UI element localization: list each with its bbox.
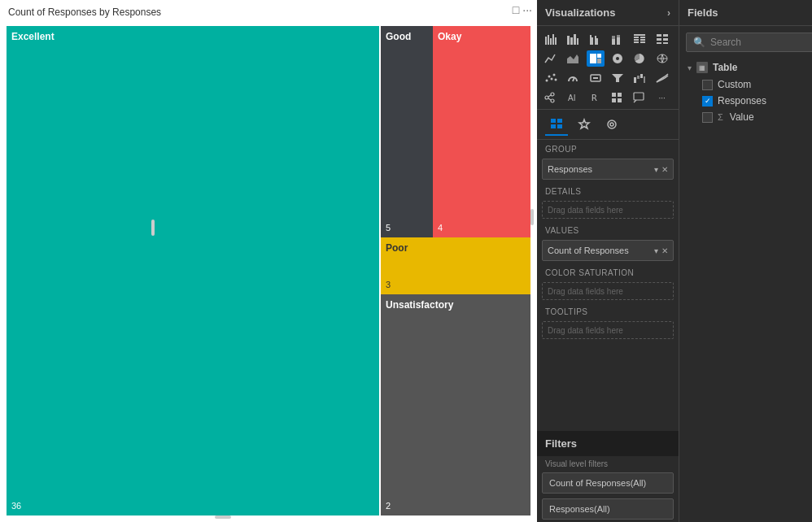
vis-icon-matrix2[interactable] — [609, 89, 626, 106]
vis-icon-area[interactable] — [564, 50, 582, 67]
responses-field-label: Responses — [718, 95, 766, 107]
values-dropdown-icon[interactable]: ▾ — [654, 246, 658, 255]
field-item-responses[interactable]: ✓ Responses — [679, 93, 812, 109]
vis-icon-scatter[interactable] — [542, 70, 560, 86]
filter-count-responses[interactable]: Count of Responses(All) — [542, 472, 674, 494]
treemap-excellent[interactable]: Excellent 36 — [7, 26, 379, 515]
vis-icon-stacked[interactable] — [609, 31, 626, 47]
svg-rect-63 — [551, 119, 556, 123]
vis-icon-ribbon[interactable] — [653, 70, 671, 86]
vis-icon-R[interactable]: R — [587, 89, 605, 106]
vis-icon-decomp[interactable] — [542, 89, 560, 106]
svg-rect-8 — [577, 38, 578, 45]
svg-rect-29 — [663, 42, 668, 44]
group-field-drop[interactable]: Responses ▾ ✕ — [542, 159, 674, 180]
table-label: Table — [713, 62, 737, 73]
vis-icon-matrix[interactable] — [653, 31, 671, 47]
svg-rect-0 — [545, 37, 547, 45]
svg-rect-26 — [657, 38, 661, 41]
fields-search-box[interactable]: 🔍 — [686, 33, 812, 52]
vis-panel-title: Visualizations — [545, 7, 615, 19]
fields-panel-title: Fields — [688, 7, 718, 19]
vis-icon-more[interactable]: ··· — [653, 89, 671, 106]
vis-tab-format[interactable] — [573, 115, 596, 136]
field-item-custom[interactable]: Custom — [679, 76, 812, 93]
scroll-horizontal[interactable] — [215, 515, 231, 519]
visualizations-panel: Visualizations › — [537, 0, 679, 522]
values-field-value: Count of Responses — [548, 246, 629, 255]
vis-icon-line[interactable] — [542, 50, 560, 67]
vis-icon-gauge[interactable] — [564, 70, 582, 86]
svg-rect-14 — [612, 36, 615, 39]
svg-rect-44 — [593, 77, 598, 79]
svg-line-53 — [548, 95, 551, 97]
svg-point-38 — [548, 76, 551, 78]
svg-marker-45 — [612, 74, 623, 82]
treemap-good[interactable]: Good 5 — [381, 26, 433, 237]
svg-marker-30 — [567, 54, 578, 63]
filter-responses[interactable]: Responses(All) — [542, 498, 674, 520]
values-section-label: Values — [537, 221, 679, 237]
svg-rect-49 — [644, 76, 645, 83]
vis-icon-qna[interactable] — [631, 89, 648, 106]
vis-icon-funnel[interactable] — [609, 70, 626, 86]
vis-icon-donut[interactable] — [609, 50, 626, 67]
value-checkbox[interactable] — [702, 112, 713, 123]
values-remove-icon[interactable]: ✕ — [661, 246, 668, 255]
svg-rect-9 — [590, 35, 592, 45]
svg-text:AI: AI — [568, 94, 575, 102]
svg-point-67 — [608, 120, 616, 128]
svg-rect-32 — [597, 54, 601, 58]
svg-rect-4 — [555, 37, 557, 45]
svg-rect-18 — [634, 37, 639, 38]
treemap-unsatisfactory[interactable]: Unsatisfactory 2 — [381, 294, 530, 515]
fields-table-header[interactable]: ▾ ▦ Table — [679, 59, 812, 76]
values-field-icons: ▾ ✕ — [654, 246, 668, 255]
scroll-vertical-left[interactable] — [530, 209, 534, 225]
more-options-icon[interactable]: ··· — [522, 3, 532, 16]
field-item-value[interactable]: Σ Value — [679, 109, 812, 125]
vis-icon-ai[interactable]: AI — [564, 89, 582, 106]
vis-icon-clustered[interactable] — [587, 31, 605, 47]
scroll-vertical-right[interactable] — [151, 220, 155, 236]
vis-icon-treemap[interactable] — [587, 50, 605, 67]
treemap-poor[interactable]: Poor 3 — [381, 237, 530, 294]
tooltips-drop-placeholder[interactable]: Drag data fields here — [542, 321, 674, 339]
custom-checkbox[interactable] — [702, 80, 713, 90]
vis-icon-map[interactable] — [653, 50, 671, 67]
right-panel: Visualizations › — [537, 0, 812, 522]
vis-icon-column[interactable] — [564, 31, 582, 47]
search-input[interactable] — [710, 37, 812, 48]
responses-checkbox[interactable]: ✓ — [702, 96, 713, 107]
treemap-right: Good 5 Okay 4 Poor 3 Unsatisfactory 2 — [381, 26, 530, 515]
dropdown-icon[interactable]: ▾ — [654, 165, 658, 174]
vis-icon-pie[interactable] — [631, 50, 648, 67]
vis-icon-waterfall[interactable] — [631, 70, 648, 86]
vis-icon-table[interactable] — [631, 31, 648, 47]
vis-tab-fields[interactable] — [545, 115, 568, 136]
treemap-okay[interactable]: Okay 4 — [433, 26, 530, 237]
vis-icon-bar[interactable] — [542, 31, 560, 47]
remove-icon[interactable]: ✕ — [661, 165, 668, 174]
vis-chevron[interactable]: › — [667, 7, 670, 19]
svg-rect-46 — [634, 77, 636, 83]
chart-title: Count of Responses by Responses — [0, 0, 537, 21]
expand-icon[interactable]: □ — [513, 3, 519, 16]
custom-field-label: Custom — [718, 79, 751, 90]
color-drop-placeholder[interactable]: Drag data fields here — [542, 282, 674, 300]
fields-tree: ▾ ▦ Table Custom ✓ Responses Σ Value — [679, 55, 812, 128]
svg-rect-59 — [612, 98, 616, 102]
details-drop-placeholder[interactable]: Drag data fields here — [542, 201, 674, 219]
poor-label: Poor — [386, 242, 526, 254]
svg-rect-20 — [634, 41, 639, 43]
fields-panel: Fields › 🔍 ▾ ▦ Table Custom ✓ Responses — [679, 0, 812, 522]
vis-icon-grid-1 — [537, 26, 679, 49]
svg-rect-23 — [640, 41, 645, 43]
svg-text:R: R — [592, 93, 597, 103]
svg-point-40 — [553, 74, 556, 76]
vis-icon-card[interactable] — [587, 70, 605, 86]
values-field-drop[interactable]: Count of Responses ▾ ✕ — [542, 240, 674, 261]
vis-tab-analytics[interactable] — [600, 115, 623, 136]
vis-icon-grid-3 — [537, 68, 679, 88]
excellent-label: Excellent — [11, 31, 374, 42]
